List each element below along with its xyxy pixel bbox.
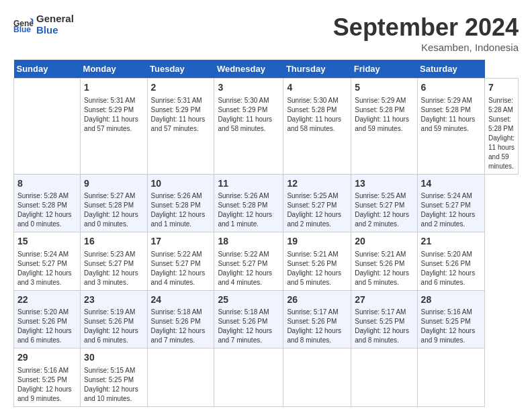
calendar-cell: 9Sunrise: 5:27 AM Sunset: 5:28 PM Daylig… <box>81 174 147 232</box>
day-number: 7 <box>488 81 515 95</box>
calendar-cell: 4Sunrise: 5:30 AM Sunset: 5:28 PM Daylig… <box>283 79 351 175</box>
calendar-cell <box>417 349 484 407</box>
day-info: Sunrise: 5:24 AM Sunset: 5:27 PM Dayligh… <box>421 191 481 229</box>
calendar-cell: 1Sunrise: 5:31 AM Sunset: 5:29 PM Daylig… <box>81 79 147 175</box>
day-number: 8 <box>17 177 77 191</box>
calendar-cell <box>14 79 81 175</box>
day-number: 21 <box>421 235 481 248</box>
calendar-cell: 27Sunrise: 5:17 AM Sunset: 5:25 PM Dayli… <box>351 290 417 349</box>
svg-text:Blue: Blue <box>13 24 31 33</box>
day-number: 16 <box>84 235 143 248</box>
day-number: 27 <box>355 293 413 307</box>
day-number: 30 <box>84 351 143 365</box>
day-info: Sunrise: 5:17 AM Sunset: 5:26 PM Dayligh… <box>287 308 347 345</box>
calendar-cell <box>147 349 214 407</box>
day-number: 9 <box>84 177 143 191</box>
day-info: Sunrise: 5:28 AM Sunset: 5:28 PM Dayligh… <box>488 96 515 171</box>
day-number: 19 <box>287 235 347 248</box>
calendar-cell: 17Sunrise: 5:22 AM Sunset: 5:27 PM Dayli… <box>147 232 214 291</box>
day-info: Sunrise: 5:29 AM Sunset: 5:28 PM Dayligh… <box>355 96 413 134</box>
day-number: 3 <box>218 81 279 95</box>
calendar-cell: 24Sunrise: 5:18 AM Sunset: 5:26 PM Dayli… <box>147 290 214 349</box>
calendar-cell: 3Sunrise: 5:30 AM Sunset: 5:29 PM Daylig… <box>214 79 283 175</box>
calendar-cell: 26Sunrise: 5:17 AM Sunset: 5:26 PM Dayli… <box>283 290 351 349</box>
calendar-cell: 30Sunrise: 5:15 AM Sunset: 5:25 PM Dayli… <box>81 349 147 407</box>
calendar-week-2: 15Sunrise: 5:24 AM Sunset: 5:27 PM Dayli… <box>14 232 519 291</box>
day-info: Sunrise: 5:22 AM Sunset: 5:27 PM Dayligh… <box>218 250 279 287</box>
day-number: 4 <box>287 81 347 95</box>
calendar-cell <box>351 349 417 407</box>
day-info: Sunrise: 5:16 AM Sunset: 5:25 PM Dayligh… <box>17 366 77 404</box>
day-number: 29 <box>17 351 77 365</box>
logo-icon: General Blue <box>13 17 34 33</box>
day-info: Sunrise: 5:25 AM Sunset: 5:27 PM Dayligh… <box>355 191 413 229</box>
day-number: 12 <box>287 177 347 191</box>
day-info: Sunrise: 5:29 AM Sunset: 5:28 PM Dayligh… <box>421 96 481 134</box>
day-info: Sunrise: 5:16 AM Sunset: 5:25 PM Dayligh… <box>421 308 481 345</box>
calendar-header-row: SundayMondayTuesdayWednesdayThursdayFrid… <box>14 60 519 79</box>
col-header-thursday: Thursday <box>283 60 351 79</box>
calendar-cell: 18Sunrise: 5:22 AM Sunset: 5:27 PM Dayli… <box>214 232 283 291</box>
calendar-table: SundayMondayTuesdayWednesdayThursdayFrid… <box>13 60 519 407</box>
day-info: Sunrise: 5:31 AM Sunset: 5:29 PM Dayligh… <box>151 96 211 134</box>
day-number: 25 <box>218 293 279 307</box>
calendar-cell: 6Sunrise: 5:29 AM Sunset: 5:28 PM Daylig… <box>417 79 484 175</box>
calendar-cell: 10Sunrise: 5:26 AM Sunset: 5:28 PM Dayli… <box>147 174 214 232</box>
month-title: September 2024 <box>333 13 519 42</box>
col-header-sunday: Sunday <box>14 60 81 79</box>
calendar-cell: 20Sunrise: 5:21 AM Sunset: 5:26 PM Dayli… <box>351 232 417 291</box>
calendar-cell: 21Sunrise: 5:20 AM Sunset: 5:26 PM Dayli… <box>417 232 484 291</box>
calendar-cell: 19Sunrise: 5:21 AM Sunset: 5:26 PM Dayli… <box>283 232 351 291</box>
day-info: Sunrise: 5:30 AM Sunset: 5:28 PM Dayligh… <box>287 96 347 134</box>
location-subtitle: Kesamben, Indonesia <box>333 42 519 53</box>
day-number: 13 <box>355 177 413 191</box>
day-info: Sunrise: 5:31 AM Sunset: 5:29 PM Dayligh… <box>84 96 143 134</box>
day-info: Sunrise: 5:18 AM Sunset: 5:26 PM Dayligh… <box>218 308 279 345</box>
calendar-cell: 2Sunrise: 5:31 AM Sunset: 5:29 PM Daylig… <box>147 79 214 175</box>
day-number: 22 <box>17 293 77 307</box>
day-number: 2 <box>151 81 211 95</box>
logo: General Blue General Blue <box>13 13 74 36</box>
calendar-cell: 15Sunrise: 5:24 AM Sunset: 5:27 PM Dayli… <box>14 232 81 291</box>
title-block: September 2024 Kesamben, Indonesia <box>333 13 519 53</box>
day-info: Sunrise: 5:15 AM Sunset: 5:25 PM Dayligh… <box>84 366 143 404</box>
calendar-cell: 7Sunrise: 5:28 AM Sunset: 5:28 PM Daylig… <box>485 79 519 175</box>
day-number: 23 <box>84 293 143 307</box>
col-header-monday: Monday <box>81 60 147 79</box>
day-info: Sunrise: 5:20 AM Sunset: 5:26 PM Dayligh… <box>17 308 77 345</box>
day-info: Sunrise: 5:26 AM Sunset: 5:28 PM Dayligh… <box>218 191 279 229</box>
col-header-saturday: Saturday <box>417 60 484 79</box>
calendar-week-1: 8Sunrise: 5:28 AM Sunset: 5:28 PM Daylig… <box>14 174 519 232</box>
calendar-cell: 13Sunrise: 5:25 AM Sunset: 5:27 PM Dayli… <box>351 174 417 232</box>
day-info: Sunrise: 5:24 AM Sunset: 5:27 PM Dayligh… <box>17 250 77 287</box>
calendar-cell <box>283 349 351 407</box>
day-info: Sunrise: 5:17 AM Sunset: 5:25 PM Dayligh… <box>355 308 413 345</box>
day-number: 26 <box>287 293 347 307</box>
day-number: 5 <box>355 81 413 95</box>
col-header-friday: Friday <box>351 60 417 79</box>
day-info: Sunrise: 5:27 AM Sunset: 5:28 PM Dayligh… <box>84 191 143 229</box>
calendar-cell: 8Sunrise: 5:28 AM Sunset: 5:28 PM Daylig… <box>14 174 81 232</box>
calendar-cell: 14Sunrise: 5:24 AM Sunset: 5:27 PM Dayli… <box>417 174 484 232</box>
day-info: Sunrise: 5:19 AM Sunset: 5:26 PM Dayligh… <box>84 308 143 345</box>
day-number: 20 <box>355 235 413 248</box>
day-info: Sunrise: 5:18 AM Sunset: 5:26 PM Dayligh… <box>151 308 211 345</box>
day-number: 18 <box>218 235 279 248</box>
calendar-cell: 25Sunrise: 5:18 AM Sunset: 5:26 PM Dayli… <box>214 290 283 349</box>
col-header-wednesday: Wednesday <box>214 60 283 79</box>
day-number: 1 <box>84 81 143 95</box>
calendar-week-3: 22Sunrise: 5:20 AM Sunset: 5:26 PM Dayli… <box>14 290 519 349</box>
day-number: 10 <box>151 177 211 191</box>
day-info: Sunrise: 5:20 AM Sunset: 5:26 PM Dayligh… <box>421 250 481 287</box>
calendar-cell: 16Sunrise: 5:23 AM Sunset: 5:27 PM Dayli… <box>81 232 147 291</box>
day-info: Sunrise: 5:23 AM Sunset: 5:27 PM Dayligh… <box>84 250 143 287</box>
calendar-cell: 23Sunrise: 5:19 AM Sunset: 5:26 PM Dayli… <box>81 290 147 349</box>
logo-blue: Blue <box>36 24 58 36</box>
logo-general: General <box>36 13 74 24</box>
day-number: 24 <box>151 293 211 307</box>
day-info: Sunrise: 5:28 AM Sunset: 5:28 PM Dayligh… <box>17 191 77 229</box>
calendar-cell: 5Sunrise: 5:29 AM Sunset: 5:28 PM Daylig… <box>351 79 417 175</box>
day-info: Sunrise: 5:26 AM Sunset: 5:28 PM Dayligh… <box>151 191 211 229</box>
calendar-cell <box>214 349 283 407</box>
page-header: General Blue General Blue September 2024… <box>13 13 519 53</box>
